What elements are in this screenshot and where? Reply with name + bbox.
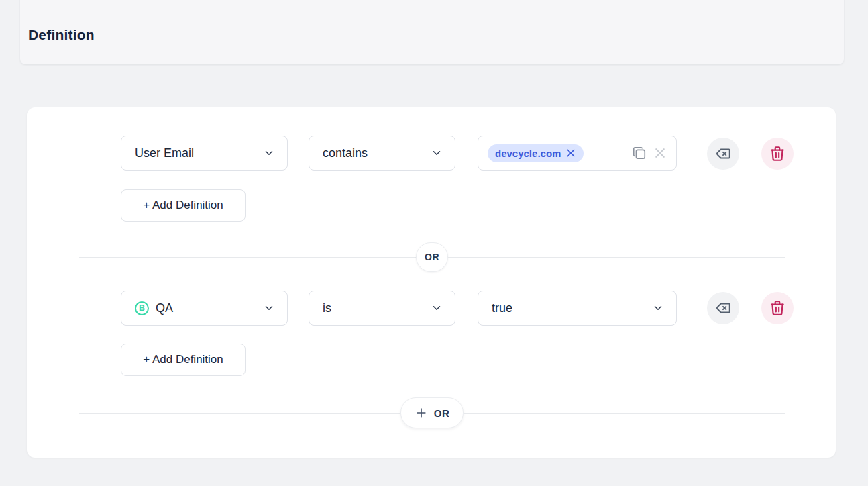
copy-icon	[632, 146, 647, 160]
definition-card: User Email contains devcycle.com + Add D…	[27, 107, 836, 458]
value-select-value: true	[492, 301, 512, 315]
clear-definition-button-row2[interactable]	[707, 292, 739, 324]
backspace-icon	[714, 299, 732, 317]
trash-icon	[769, 145, 786, 162]
comparator-select-row1[interactable]: contains	[309, 136, 455, 171]
value-select-row2[interactable]: true	[478, 291, 677, 326]
copy-values-button[interactable]	[632, 146, 647, 160]
chevron-down-icon	[263, 147, 275, 159]
clear-definition-button-row1[interactable]	[707, 138, 739, 170]
page-title: Definition	[28, 27, 95, 43]
comparator-select-row2[interactable]: is	[309, 291, 455, 326]
clear-values-button[interactable]	[653, 146, 667, 160]
backspace-icon	[714, 145, 732, 162]
delete-definition-button-row1[interactable]	[761, 138, 794, 170]
divider-line	[464, 413, 785, 414]
delete-definition-button-row2[interactable]	[761, 292, 794, 324]
chevron-down-icon	[431, 302, 443, 314]
trash-icon	[769, 299, 786, 317]
add-definition-button-row2[interactable]: + Add Definition	[121, 344, 246, 376]
property-select-row1[interactable]: User Email	[121, 136, 288, 171]
plus-icon	[415, 406, 428, 420]
values-tag-input[interactable]: devcycle.com	[478, 136, 677, 171]
boolean-type-icon: B	[135, 301, 149, 315]
chevron-down-icon	[263, 302, 275, 314]
chevron-down-icon	[652, 302, 664, 314]
property-select-value: QA	[156, 301, 173, 315]
divider-line	[448, 257, 785, 258]
divider-line	[79, 413, 400, 414]
or-divider: OR	[79, 242, 785, 272]
or-divider-pill: OR	[416, 242, 448, 272]
chevron-down-icon	[431, 147, 443, 159]
comparator-select-value: is	[323, 301, 331, 315]
divider-line	[79, 257, 416, 258]
add-or-button[interactable]: OR	[400, 397, 464, 428]
value-chip: devcycle.com	[488, 144, 584, 162]
definition-section-header: Definition	[20, 0, 844, 64]
comparator-select-value: contains	[323, 146, 368, 160]
add-definition-button-row1[interactable]: + Add Definition	[121, 189, 246, 222]
value-chip-label: devcycle.com	[495, 148, 561, 159]
add-or-label: OR	[434, 407, 449, 419]
add-or-divider: OR	[79, 397, 785, 428]
chip-remove-icon[interactable]	[565, 148, 576, 158]
property-select-value: User Email	[135, 146, 194, 160]
clear-x-icon	[653, 146, 667, 160]
property-select-row2[interactable]: B QA	[121, 291, 288, 326]
